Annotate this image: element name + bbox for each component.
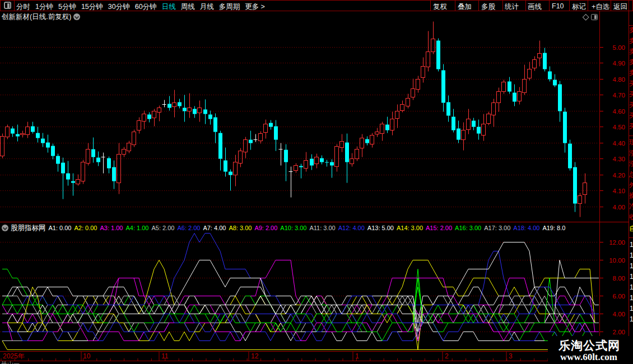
svg-text:买: 买 xyxy=(629,101,633,109)
svg-text:4.90: 4.90 xyxy=(613,60,625,67)
svg-text:买: 买 xyxy=(629,90,633,98)
svg-text:4.40: 4.40 xyxy=(613,140,625,147)
svg-text:4.20: 4.20 xyxy=(613,172,625,179)
svg-text:1: 1 xyxy=(630,251,633,259)
svg-text:10: 10 xyxy=(83,352,91,360)
svg-text:10.00: 10.00 xyxy=(609,257,625,264)
svg-text:自: 自 xyxy=(629,225,633,232)
svg-text:卖: 卖 xyxy=(629,37,633,45)
svg-text:1: 1 xyxy=(355,352,359,360)
svg-text:1: 1 xyxy=(630,294,633,302)
svg-text:买: 买 xyxy=(629,122,633,130)
svg-text:外: 外 xyxy=(629,181,633,189)
svg-text:换: 换 xyxy=(629,192,633,199)
svg-text:4.50: 4.50 xyxy=(613,124,625,130)
svg-text:4.10: 4.10 xyxy=(613,188,625,194)
svg-text:1: 1 xyxy=(630,315,633,323)
svg-text:买: 买 xyxy=(629,111,633,119)
svg-text:4.30: 4.30 xyxy=(613,156,625,162)
svg-text:净: 净 xyxy=(629,202,633,210)
svg-text:1: 1 xyxy=(630,241,633,249)
svg-text:4.80: 4.80 xyxy=(613,76,625,83)
svg-text:卖: 卖 xyxy=(629,48,633,55)
svg-text:1: 1 xyxy=(630,262,633,270)
svg-text:总: 总 xyxy=(629,170,633,178)
svg-text:1: 1 xyxy=(630,305,633,312)
svg-text:12: 12 xyxy=(251,352,259,360)
svg-text:卖: 卖 xyxy=(629,58,633,66)
svg-text:8.00: 8.00 xyxy=(613,275,625,282)
svg-text:卅山一: 卅山一 xyxy=(1,361,20,364)
svg-text:涨: 涨 xyxy=(629,160,633,167)
svg-text:4.00: 4.00 xyxy=(613,204,625,211)
svg-text:4.00: 4.00 xyxy=(613,311,625,318)
svg-text:收: 收 xyxy=(629,213,633,221)
svg-text:1: 1 xyxy=(630,283,633,291)
svg-text:12.00: 12.00 xyxy=(609,239,625,246)
svg-text:买: 买 xyxy=(629,80,633,87)
svg-text:6.00: 6.00 xyxy=(613,293,625,300)
svg-text:涨: 涨 xyxy=(629,149,633,157)
svg-text:3: 3 xyxy=(509,352,513,360)
svg-text:卖: 卖 xyxy=(629,69,633,77)
svg-text:1: 1 xyxy=(630,273,633,281)
svg-text:2025年: 2025年 xyxy=(3,352,25,360)
svg-text:4.60: 4.60 xyxy=(613,108,625,115)
svg-text:4.70: 4.70 xyxy=(613,92,625,99)
svg-text:2: 2 xyxy=(445,352,449,360)
svg-text:5.00: 5.00 xyxy=(613,44,625,51)
svg-text:2.00: 2.00 xyxy=(613,329,625,335)
svg-text:卖: 卖 xyxy=(629,26,633,34)
svg-text:现: 现 xyxy=(629,138,633,146)
